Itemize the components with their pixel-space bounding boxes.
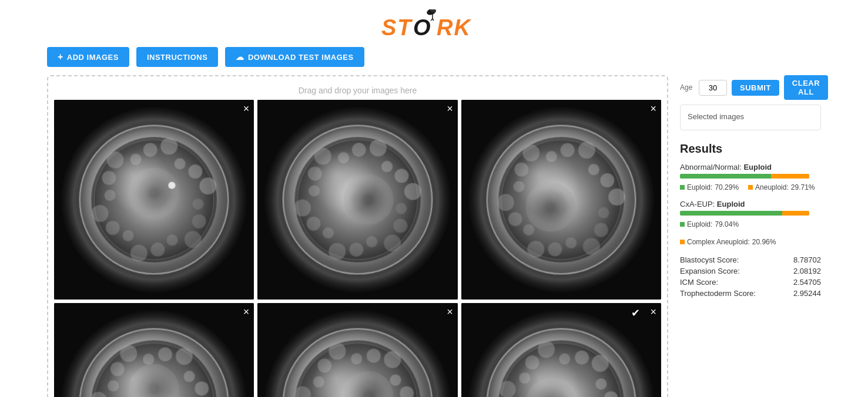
euploid-bar [680, 174, 771, 179]
cxa-eup-label: CxA-EUP: Euploid [680, 200, 821, 208]
legend-aneuploid: Aneuploid: 29.71% [748, 183, 815, 191]
image-cell-1: × [54, 100, 254, 300]
trophectoderm-label: Trophectoderm Score: [680, 289, 756, 298]
remove-image-5-button[interactable]: × [447, 307, 453, 317]
remove-image-3-button[interactable]: × [650, 103, 656, 114]
logo: ST O RK [381, 9, 487, 40]
scores-table: Blastocyst Score: 8.78702 Expansion Scor… [680, 254, 821, 299]
aneuploid-pct: 29.71% [791, 183, 815, 191]
icm-score-row: ICM Score: 2.54705 [680, 277, 821, 288]
expansion-value: 2.08192 [793, 267, 821, 275]
legend-cxa-euploid: Euploid: 79.04% [680, 220, 739, 228]
aneuploid-legend-label: Aneuploid: [755, 183, 789, 191]
svg-text:O: O [413, 15, 432, 40]
logo-svg: ST O RK [381, 9, 487, 40]
submit-button[interactable]: SUBMIT [732, 80, 779, 96]
legend-complex: Complex Aneuploid: 20.96% [680, 238, 776, 246]
image-cell-6: ✔ × [461, 303, 661, 397]
cxa-eup-legend: Euploid: 79.04% Complex Aneuploid: 20.96… [680, 220, 821, 246]
complex-dot [680, 240, 685, 244]
complex-pct: 20.96% [752, 238, 776, 246]
image-cell-5: × [257, 303, 457, 397]
trophectoderm-value: 2.95244 [793, 289, 821, 298]
age-input[interactable] [699, 80, 727, 96]
embryo-image-2 [257, 100, 457, 300]
drop-zone[interactable]: Drag and drop your images here × × × × [47, 75, 668, 397]
blastocyst-label: Blastocyst Score: [680, 255, 739, 264]
image-cell-2: × [257, 100, 457, 300]
main-layout: Drag and drop your images here × × × × [0, 75, 868, 397]
cxa-eup-bar [680, 211, 809, 216]
legend-euploid: Euploid: 70.29% [680, 183, 739, 191]
abnormal-normal-legend: Euploid: 70.29% Aneuploid: 29.71% [680, 183, 821, 191]
sidebar: Age SUBMIT CLEAR ALL Selected images Res… [680, 75, 821, 397]
clear-all-button[interactable]: CLEAR ALL [784, 75, 828, 100]
results-title: Results [680, 142, 821, 156]
toolbar: ADD IMAGES INSTRUCTIONS DOWNLOAD TEST IM… [0, 47, 868, 75]
blastocyst-value: 8.78702 [793, 255, 821, 264]
cxa-complex-bar [782, 211, 809, 216]
image-cell-3: × [461, 100, 661, 300]
select-image-6-button[interactable]: ✔ [631, 307, 640, 319]
image-grid: × × × × × ✔ × [54, 100, 661, 397]
svg-text:ST: ST [381, 15, 413, 40]
instructions-button[interactable]: INSTRUCTIONS [136, 47, 219, 67]
svg-line-1 [427, 9, 430, 10]
aneuploid-bar [771, 174, 809, 179]
add-images-button[interactable]: ADD IMAGES [47, 47, 129, 67]
age-row: Age SUBMIT CLEAR ALL [680, 75, 821, 100]
euploid-pct: 70.29% [715, 183, 739, 191]
cxa-euploid-pct: 79.04% [715, 220, 739, 228]
remove-image-1-button[interactable]: × [243, 103, 250, 114]
embryo-image-4 [54, 303, 254, 397]
blastocyst-score-row: Blastocyst Score: 8.78702 [680, 254, 821, 265]
embryo-image-1 [54, 100, 254, 300]
cxa-euploid-label: Euploid: [687, 220, 712, 228]
header: ST O RK [0, 0, 868, 47]
complex-label: Complex Aneuploid: [687, 238, 750, 246]
download-test-images-button[interactable]: DOWNLOAD TEST IMAGES [225, 47, 364, 67]
image-cell-4: × [54, 303, 254, 397]
remove-image-4-button[interactable]: × [243, 307, 250, 317]
results-section: Results Abnormal/Normal: Euploid Euploid… [680, 142, 821, 299]
remove-image-2-button[interactable]: × [447, 103, 453, 114]
cxa-euploid-bar [680, 211, 782, 216]
age-label: Age [680, 83, 694, 92]
expansion-score-row: Expansion Score: 2.08192 [680, 265, 821, 277]
svg-line-6 [433, 19, 434, 21]
icm-value: 2.54705 [793, 278, 821, 287]
abnormal-normal-label: Abnormal/Normal: Euploid [680, 163, 821, 171]
abnormal-normal-bar [680, 174, 809, 179]
euploid-legend-label: Euploid: [687, 183, 712, 191]
selected-images-label: Selected images [688, 112, 744, 121]
cxa-euploid-dot [680, 222, 685, 227]
euploid-dot [680, 185, 685, 190]
embryo-image-3 [461, 100, 661, 300]
trophectoderm-score-row: Trophectoderm Score: 2.95244 [680, 288, 821, 299]
aneuploid-dot [748, 185, 753, 190]
svg-text:RK: RK [437, 15, 471, 40]
selected-images-box: Selected images [680, 105, 821, 130]
expansion-label: Expansion Score: [680, 267, 740, 275]
embryo-image-5 [257, 303, 457, 397]
icm-label: ICM Score: [680, 278, 718, 287]
remove-image-6-button[interactable]: × [650, 307, 656, 317]
drop-hint: Drag and drop your images here [54, 82, 661, 100]
